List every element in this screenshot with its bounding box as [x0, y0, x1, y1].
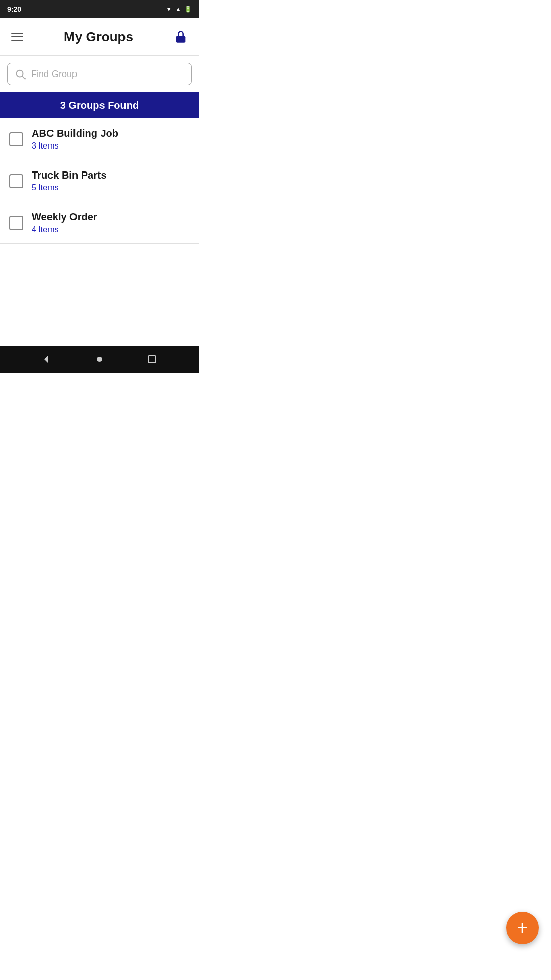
- list-item: ABC Building Job 3 Items: [0, 118, 199, 160]
- group-name-2: Truck Bin Parts: [32, 169, 107, 181]
- group-count-1: 3 Items: [32, 141, 118, 151]
- wifi-icon: ▼: [166, 6, 172, 13]
- lock-button[interactable]: [171, 28, 190, 46]
- search-input[interactable]: [31, 69, 184, 80]
- svg-rect-0: [176, 36, 186, 43]
- status-time: 9:20: [7, 5, 21, 13]
- home-button[interactable]: [93, 353, 106, 365]
- bottom-nav-bar: [0, 346, 199, 373]
- svg-point-4: [97, 357, 102, 362]
- search-container: [0, 56, 199, 92]
- status-icons: ▼ ▲ 🔋: [166, 6, 192, 13]
- back-button[interactable]: [41, 353, 53, 365]
- svg-rect-5: [148, 356, 156, 363]
- group-name-3: Weekly Order: [32, 211, 97, 223]
- list-item: Truck Bin Parts 5 Items: [0, 160, 199, 202]
- svg-line-2: [22, 76, 25, 79]
- results-banner: 3 Groups Found: [0, 92, 199, 118]
- signal-icon: ▲: [175, 6, 181, 13]
- app-header: My Groups: [0, 18, 199, 56]
- back-icon: [41, 353, 53, 365]
- group-list: ABC Building Job 3 Items Truck Bin Parts…: [0, 118, 199, 346]
- search-box: [7, 63, 192, 85]
- page-title: My Groups: [64, 29, 133, 45]
- menu-button[interactable]: [9, 31, 26, 43]
- empty-area: [0, 244, 199, 346]
- group-count-2: 5 Items: [32, 183, 107, 192]
- group-count-3: 4 Items: [32, 225, 97, 234]
- group-checkbox-1[interactable]: [9, 132, 23, 146]
- recents-icon: [146, 353, 158, 365]
- home-icon: [93, 353, 106, 365]
- group-name-1: ABC Building Job: [32, 128, 118, 139]
- status-left: 9:20: [7, 5, 21, 13]
- recents-button[interactable]: [146, 353, 158, 365]
- list-item: Weekly Order 4 Items: [0, 202, 199, 244]
- group-checkbox-2[interactable]: [9, 174, 23, 188]
- status-bar: 9:20 ▼ ▲ 🔋: [0, 0, 199, 18]
- svg-marker-3: [44, 355, 48, 363]
- battery-icon: 🔋: [184, 6, 192, 13]
- group-checkbox-3[interactable]: [9, 216, 23, 230]
- search-icon: [15, 68, 26, 80]
